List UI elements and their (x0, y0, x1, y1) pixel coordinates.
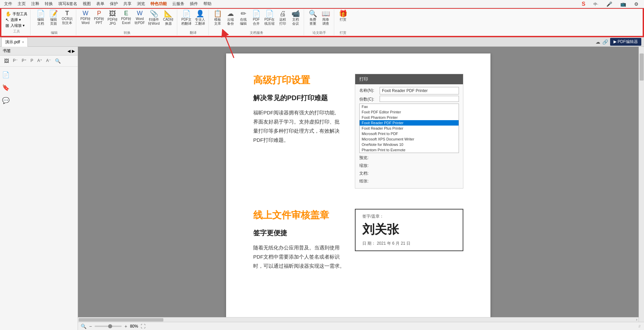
menu-item-convert[interactable]: 转换 (42, 0, 56, 7)
print-dropdown[interactable]: Fax Foxit PDF Editor Printer Foxit Phant… (359, 104, 459, 153)
expand-btn[interactable]: ⛶ (141, 324, 145, 329)
print-name-input[interactable]: Foxit Reader PDF Printer (380, 87, 459, 94)
pdf-to-excel-btn[interactable]: E PDF转Excel (120, 9, 133, 26)
bottom-bar: 🔍 − + 80% ⛶ // (78, 322, 644, 330)
template-btn[interactable]: 📋 模板文库 (212, 9, 224, 26)
dropdown-item-ms-pdf[interactable]: Microsoft Print to PDF (360, 131, 459, 136)
menu-item-browse[interactable]: 浏览 (134, 0, 148, 7)
menu-item-annotation[interactable]: 注释 (28, 0, 42, 7)
edit-page-btn[interactable]: 📝 编辑页面 (47, 9, 60, 26)
ocr-btn[interactable]: T OCR识别文本 (60, 9, 74, 26)
menu-item-protect[interactable]: 保护 (107, 0, 121, 7)
select-btn[interactable]: ↖ 选择 ▾ (5, 17, 28, 23)
h-scroll-thumb[interactable] (79, 318, 163, 322)
translate-group-label: 翻译 (190, 30, 197, 35)
edit-doc-btn[interactable]: 📄 编辑文档 (35, 9, 47, 26)
sidebar-icon-bookmark[interactable]: 🔖 (1, 83, 11, 93)
menu-item-sign[interactable]: 填写&签名 (56, 0, 80, 7)
dropdown-item-evernote[interactable]: Phantom Print to Evernote (360, 147, 459, 153)
cloud-backup-btn[interactable]: ☁ 云端备份 (224, 9, 237, 26)
dropdown-item-fax[interactable]: Fax (360, 104, 459, 109)
pdf-translate-btn[interactable]: 📄 PDF文档翻译 (180, 9, 193, 26)
menu-item-cloud[interactable]: 云服务 (169, 0, 187, 7)
doc-tab[interactable]: 演示.pdf × (1, 37, 28, 47)
top-icon-mic[interactable]: 🎤 (604, 1, 615, 7)
print-dialog: 打印 名称(N): Foxit Reader PDF Printer 份数(C)… (355, 74, 463, 189)
zoom-slider[interactable] (95, 326, 122, 327)
link-icon[interactable]: 🔗 (602, 39, 608, 45)
pdf-to-jpg-btn[interactable]: 🖼 PDF转JPG (106, 9, 119, 26)
sidebar-tool-aplus[interactable]: A⁺ (36, 58, 43, 64)
sidebar-tool-search[interactable]: 🔍 (54, 58, 62, 64)
sidebar-icon-comment[interactable]: 💬 (1, 95, 11, 106)
ribbon-group-edit: 📄 编辑文档 📝 编辑页面 T OCR识别文本 编辑 (33, 9, 76, 35)
zoom-minus-btn[interactable]: − (89, 324, 92, 329)
menu-item-special[interactable]: 特色功能 (148, 0, 169, 7)
reward-btn[interactable]: 🎁 打赏 (337, 9, 349, 22)
top-icon-zhong[interactable]: 中· (591, 1, 601, 7)
plagiarism-btn[interactable]: 🔍 免费查重 (307, 9, 319, 26)
sidebar-left-icons: 📄 🔖 💬 (0, 67, 12, 108)
survey-btn[interactable]: 📖 阅卷调查 (320, 9, 332, 26)
pdf-word-label: PDF转Word (80, 17, 90, 25)
zoom-thumb[interactable] (108, 324, 112, 328)
sidebar-tool-pplus[interactable]: P⁺ (20, 58, 28, 64)
survey-icon: 📖 (322, 10, 330, 17)
v-scroll-thumb[interactable] (640, 53, 644, 81)
menu-item-share[interactable]: 共享 (121, 0, 134, 7)
menu-item-help[interactable]: 帮助 (201, 0, 214, 7)
cad-converter-btn[interactable]: 📐 CAD转换器 (162, 9, 175, 26)
sidebar-tool-p[interactable]: P (29, 58, 35, 64)
pdf-merge-btn[interactable]: 📄 PDF合并 (250, 9, 262, 26)
pdf-to-word-btn[interactable]: W PDF转Word (79, 9, 92, 26)
horizontal-scrollbar[interactable]: › (78, 317, 639, 322)
tab-bar: 演示.pdf × ☁ 🔗 ▶ PDF编辑器 (0, 37, 644, 47)
menu-item-form[interactable]: 表单 (94, 0, 107, 7)
pdf-editor-btn[interactable]: ▶ PDF编辑器 (610, 38, 641, 46)
pdf-compress-btn[interactable]: 📄 PDF在线压缩 (263, 9, 276, 26)
dropdown-item-onenote[interactable]: OneNote for Windows 10 (360, 142, 459, 147)
scroll-right-arrow[interactable]: › (636, 318, 639, 322)
online-edit-btn[interactable]: ✏ 在线编辑 (237, 9, 249, 26)
sidebar-nav-next[interactable]: ▶ (72, 49, 75, 53)
dropdown-item-phantom[interactable]: Foxit Phantom Printer (360, 115, 459, 120)
doc-tab-close[interactable]: × (22, 40, 24, 44)
doc-meeting-btn[interactable]: 📹 文档会议 (289, 9, 302, 26)
menu-item-plugin[interactable]: 插件 (187, 0, 201, 7)
dropdown-item-pdf-editor[interactable]: Foxit PDF Editor Printer (360, 109, 459, 115)
sidebar-tool-pminus[interactable]: P⁻ (12, 58, 19, 64)
edit-group-label: 编辑 (51, 30, 58, 35)
dropdown-item-xps[interactable]: Microsoft XPS Document Writer (360, 136, 459, 142)
menu-item-home[interactable]: 主页 (15, 0, 28, 7)
dropdown-item-reader[interactable]: Foxit Reader PDF Printer (360, 120, 459, 126)
word-to-pdf-btn[interactable]: W Word转PDF (133, 9, 146, 26)
sidebar-tool-aminus[interactable]: A⁻ (45, 58, 52, 64)
dropdown-item-plus[interactable]: Foxit Reader Plus Printer (360, 126, 459, 131)
foxit-logo: S (579, 0, 588, 8)
sig-label: 签字/盖章： (362, 214, 456, 219)
menu-item-file[interactable]: 文件 (1, 0, 15, 7)
menu-item-view[interactable]: 视图 (80, 0, 94, 7)
hand-tool-btn[interactable]: ✋ 手型工具 (5, 11, 28, 17)
sidebar-tool-image[interactable]: 🖼 (3, 58, 10, 64)
print-copies-input[interactable] (380, 96, 459, 102)
top-icon-screen[interactable]: 📺 (618, 1, 629, 7)
pdf-to-ppt-btn[interactable]: P PDF转PPT (93, 9, 105, 26)
cloud-icon[interactable]: ☁ (596, 39, 600, 45)
zoom-label: 入缩放 ▾ (11, 23, 25, 28)
vertical-scrollbar[interactable] (639, 47, 644, 330)
zoom-tool-btn[interactable]: ⊞ 入缩放 ▾ (5, 23, 28, 28)
top-icon-settings[interactable]: ⚙ (631, 1, 641, 7)
sidebar-icon-page[interactable]: 📄 (1, 70, 11, 80)
pro-translate-btn[interactable]: 👤 专业人工翻译 (194, 9, 206, 26)
pdf-compress-icon: 📄 (265, 10, 274, 17)
hand-tool-label: 手型工具 (13, 12, 27, 17)
scan-to-word-btn[interactable]: 📎 扫描件转Word (147, 9, 161, 26)
remote-print-btn[interactable]: 🖨 远程打印 (277, 9, 289, 26)
ocr-label: OCR识别文本 (62, 17, 73, 25)
edit-page-icon: 📝 (49, 10, 58, 17)
pdf-viewer[interactable]: 打印 名称(N): Foxit Reader PDF Printer 份数(C)… (78, 47, 639, 330)
comment-icon: 💬 (2, 97, 9, 104)
zoom-plus-btn[interactable]: + (124, 324, 127, 329)
sidebar-nav-prev[interactable]: ◀ (67, 49, 71, 53)
